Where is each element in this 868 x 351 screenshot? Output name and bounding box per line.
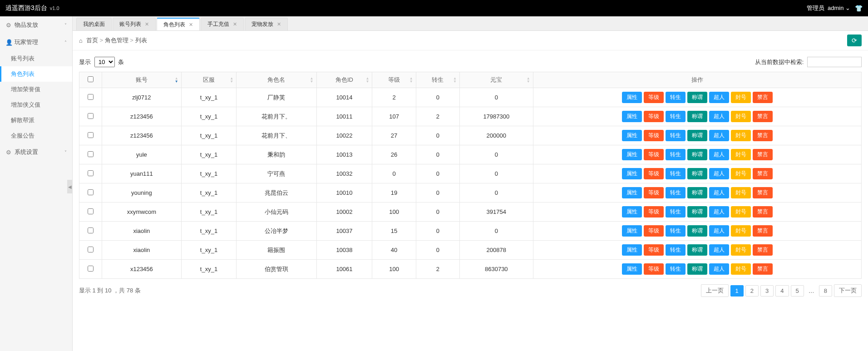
action-属性[interactable]: 属性 xyxy=(622,130,642,141)
row-checkbox[interactable] xyxy=(88,151,94,157)
action-转生[interactable]: 转生 xyxy=(666,111,686,122)
column-header[interactable]: 转生▲▼ xyxy=(416,72,459,88)
action-属性[interactable]: 属性 xyxy=(622,206,642,218)
action-转生[interactable]: 转生 xyxy=(666,149,686,160)
action-封号[interactable]: 封号 xyxy=(731,244,751,256)
column-header[interactable]: 操作 xyxy=(533,72,861,88)
action-转生[interactable]: 转生 xyxy=(666,92,686,103)
action-超人[interactable]: 超人 xyxy=(709,149,729,160)
action-等级[interactable]: 等级 xyxy=(644,244,664,256)
action-属性[interactable]: 属性 xyxy=(622,92,642,103)
action-超人[interactable]: 超人 xyxy=(709,168,729,179)
row-checkbox[interactable] xyxy=(88,208,94,214)
action-禁言[interactable]: 禁言 xyxy=(753,168,773,179)
row-checkbox[interactable] xyxy=(88,170,94,176)
action-封号[interactable]: 封号 xyxy=(731,168,751,179)
tab[interactable]: 我的桌面 xyxy=(76,18,112,30)
action-属性[interactable]: 属性 xyxy=(622,187,642,198)
action-称谓[interactable]: 称谓 xyxy=(687,130,707,141)
tshirt-icon[interactable]: 👕 xyxy=(855,5,863,12)
action-属性[interactable]: 属性 xyxy=(622,111,642,122)
action-转生[interactable]: 转生 xyxy=(666,168,686,179)
submenu-item[interactable]: 解散帮派 xyxy=(0,113,72,128)
action-封号[interactable]: 封号 xyxy=(731,187,751,198)
close-icon[interactable]: ✕ xyxy=(189,22,193,28)
row-checkbox[interactable] xyxy=(88,227,94,233)
action-等级[interactable]: 等级 xyxy=(644,149,664,160)
action-超人[interactable]: 超人 xyxy=(709,263,729,275)
action-称谓[interactable]: 称谓 xyxy=(687,187,707,198)
action-超人[interactable]: 超人 xyxy=(709,92,729,103)
column-header[interactable]: 账号▲▼ xyxy=(102,72,182,88)
action-属性[interactable]: 属性 xyxy=(622,168,642,179)
action-封号[interactable]: 封号 xyxy=(731,206,751,218)
action-超人[interactable]: 超人 xyxy=(709,225,729,237)
breadcrumb-item[interactable]: 角色管理 xyxy=(105,37,128,44)
page-button[interactable]: 2 xyxy=(745,285,759,297)
action-禁言[interactable]: 禁言 xyxy=(753,206,773,218)
action-称谓[interactable]: 称谓 xyxy=(687,92,707,103)
column-header[interactable]: 元宝▲▼ xyxy=(460,72,533,88)
action-超人[interactable]: 超人 xyxy=(709,111,729,122)
action-禁言[interactable]: 禁言 xyxy=(753,130,773,141)
next-page-button[interactable]: 下一页 xyxy=(834,284,862,297)
action-等级[interactable]: 等级 xyxy=(644,225,664,237)
action-等级[interactable]: 等级 xyxy=(644,168,664,179)
action-转生[interactable]: 转生 xyxy=(666,187,686,198)
tab[interactable]: 宠物发放✕ xyxy=(245,18,288,30)
tab[interactable]: 手工充值✕ xyxy=(201,18,244,30)
action-禁言[interactable]: 禁言 xyxy=(753,244,773,256)
page-button[interactable]: 8 xyxy=(819,285,832,297)
menu-group-header[interactable]: ⚙系统设置˅ xyxy=(0,143,72,161)
action-转生[interactable]: 转生 xyxy=(666,206,686,218)
action-称谓[interactable]: 称谓 xyxy=(687,206,707,218)
submenu-item[interactable]: 账号列表 xyxy=(0,51,72,66)
row-checkbox[interactable] xyxy=(88,266,94,272)
column-header[interactable]: 角色ID▲▼ xyxy=(316,72,372,88)
search-input[interactable] xyxy=(807,57,862,67)
action-转生[interactable]: 转生 xyxy=(666,130,686,141)
submenu-item[interactable]: 增加侠义值 xyxy=(0,97,72,113)
action-封号[interactable]: 封号 xyxy=(731,225,751,237)
submenu-item[interactable]: 角色列表 xyxy=(0,66,72,82)
action-禁言[interactable]: 禁言 xyxy=(753,111,773,122)
action-封号[interactable]: 封号 xyxy=(731,111,751,122)
sidebar-collapse-handle[interactable]: ◀ xyxy=(67,180,73,193)
action-称谓[interactable]: 称谓 xyxy=(687,168,707,179)
close-icon[interactable]: ✕ xyxy=(277,21,281,27)
action-等级[interactable]: 等级 xyxy=(644,111,664,122)
action-禁言[interactable]: 禁言 xyxy=(753,149,773,160)
action-封号[interactable]: 封号 xyxy=(731,92,751,103)
action-超人[interactable]: 超人 xyxy=(709,206,729,218)
row-checkbox[interactable] xyxy=(88,113,94,119)
action-禁言[interactable]: 禁言 xyxy=(753,263,773,275)
action-等级[interactable]: 等级 xyxy=(644,263,664,275)
page-button[interactable]: 1 xyxy=(730,285,744,297)
menu-group-header[interactable]: ⚙物品发放˅ xyxy=(0,16,72,34)
action-等级[interactable]: 等级 xyxy=(644,130,664,141)
refresh-button[interactable]: ⟳ xyxy=(847,35,862,46)
tab[interactable]: 角色列表✕ xyxy=(157,18,200,30)
action-等级[interactable]: 等级 xyxy=(644,92,664,103)
action-属性[interactable]: 属性 xyxy=(622,225,642,237)
action-属性[interactable]: 属性 xyxy=(622,244,642,256)
row-checkbox[interactable] xyxy=(88,132,94,138)
action-转生[interactable]: 转生 xyxy=(666,225,686,237)
submenu-item[interactable]: 全服公告 xyxy=(0,128,72,143)
prev-page-button[interactable]: 上一页 xyxy=(701,284,729,297)
row-checkbox[interactable] xyxy=(88,189,94,195)
column-header[interactable]: 角色名▲▼ xyxy=(237,72,316,88)
column-header[interactable]: 等级▲▼ xyxy=(372,72,416,88)
action-称谓[interactable]: 称谓 xyxy=(687,149,707,160)
action-禁言[interactable]: 禁言 xyxy=(753,187,773,198)
action-封号[interactable]: 封号 xyxy=(731,263,751,275)
action-转生[interactable]: 转生 xyxy=(666,244,686,256)
submenu-item[interactable]: 增加荣誉值 xyxy=(0,82,72,97)
page-button[interactable]: 5 xyxy=(791,285,804,297)
tab[interactable]: 账号列表✕ xyxy=(113,18,156,30)
page-button[interactable]: 4 xyxy=(775,285,789,297)
action-转生[interactable]: 转生 xyxy=(666,263,686,275)
action-禁言[interactable]: 禁言 xyxy=(753,225,773,237)
page-button[interactable]: 3 xyxy=(760,285,774,297)
page-size-select[interactable]: 10 xyxy=(94,57,115,67)
